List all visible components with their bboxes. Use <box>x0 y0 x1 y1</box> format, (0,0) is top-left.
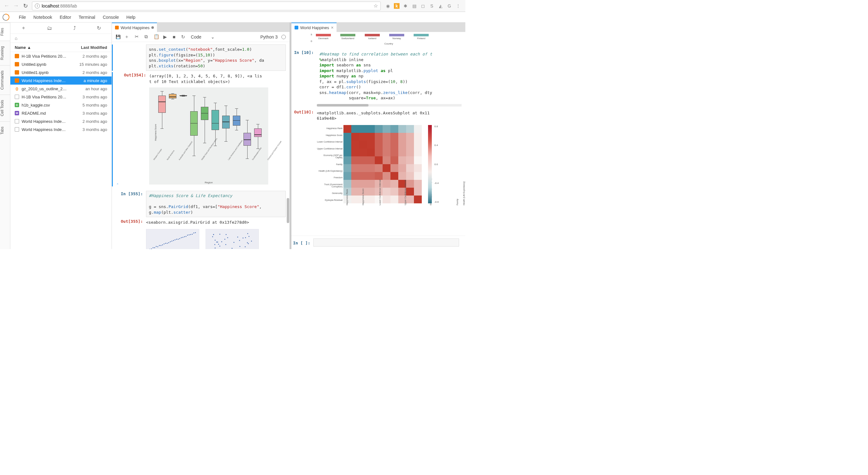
code-cell[interactable]: sns.set_context("notebook",font_scale=1.… <box>112 44 286 71</box>
output-prompt: Out[10]: <box>293 109 317 225</box>
run-icon[interactable]: ▶ <box>163 34 167 40</box>
bookmark-star-icon[interactable]: ☆ <box>374 3 378 9</box>
legend-item: Iceland <box>365 34 380 40</box>
ext-icon[interactable]: ◭ <box>438 3 443 9</box>
legend-label: Switzerland <box>341 37 354 40</box>
file-name: H-1B Visa Petitions 20… <box>22 54 80 59</box>
new-folder-icon[interactable]: 🗂 <box>47 25 52 31</box>
ext-icon[interactable]: G <box>446 3 452 9</box>
scatter-plot-stub <box>146 229 199 249</box>
file-row[interactable]: Untitled1.ipynb2 months ago <box>10 68 112 76</box>
forward-button[interactable]: → <box>11 1 21 11</box>
filebrowser-header[interactable]: Name ▲ Last Modified <box>10 42 112 52</box>
paste-icon[interactable]: 📋 <box>154 34 159 40</box>
new-launcher-icon[interactable]: ＋ <box>21 25 26 31</box>
legend-item: Finland <box>414 34 429 40</box>
file-modified: 3 months ago <box>83 111 107 116</box>
console-icon <box>294 26 298 29</box>
refresh-icon[interactable]: ↻ <box>97 25 101 31</box>
tab-world-happiness-console[interactable]: World Happines × <box>291 23 337 32</box>
restart-icon[interactable]: ↻ <box>181 34 185 40</box>
file-file-icon <box>15 127 19 132</box>
info-icon[interactable]: i <box>35 3 40 8</box>
code-cell[interactable]: In [10]: #Heatmap to find correlation be… <box>293 50 462 108</box>
output-cell: Out[10]: <matplotlib.axes._subplots.Axes… <box>293 109 462 225</box>
output-collapser-icon[interactable]: ⌃ <box>116 72 119 186</box>
kebab-icon[interactable]: ⋮ <box>455 3 461 9</box>
legend-swatch <box>365 34 380 36</box>
address-bar[interactable]: i localhost:8888/lab ☆ <box>32 2 381 10</box>
boxplot-figure: Happiness Score Region Western EuropeNor… <box>149 87 268 185</box>
menu-notebook[interactable]: Notebook <box>30 15 56 20</box>
header-modified: Last Modified <box>81 45 107 50</box>
console-input-cell[interactable]: In [ ]: <box>291 235 465 249</box>
cell-type-select[interactable]: Code ⌄ <box>189 34 216 39</box>
colorbar: 0.80.40.0-0.4-0.8 <box>428 125 432 203</box>
activity-cell-tools[interactable]: Cell Tools <box>0 95 10 121</box>
tab-world-happiness-nb[interactable]: World Happines <box>112 23 157 32</box>
file-row[interactable]: ⊞h1b_kaggle.csv5 months ago <box>10 101 112 109</box>
console-input[interactable] <box>313 239 459 247</box>
sort-asc-icon: ▲ <box>27 45 31 50</box>
legend: DenmarkSwitzerlandIcelandNorwayFinland <box>316 33 462 42</box>
ext-icon[interactable]: ✱ <box>403 3 408 9</box>
file-row[interactable]: Untitled.ipynb15 minutes ago <box>10 60 112 68</box>
copy-icon[interactable]: ⧉ <box>145 34 148 40</box>
scrollbar[interactable] <box>287 198 289 223</box>
output-text: <matplotlib.axes._subplots.AxesSubplot a… <box>317 109 462 123</box>
file-row[interactable]: World Happiness Inde…a minute ago <box>10 76 112 85</box>
notebook-body[interactable]: sns.set_context("notebook",font_scale=1.… <box>112 42 289 249</box>
upload-icon[interactable]: ⤴ <box>73 25 76 31</box>
save-icon[interactable]: 💾 <box>116 34 121 39</box>
code-cell[interactable]: In [355]: #Happiness Score & Life Expect… <box>112 191 286 217</box>
code-input[interactable]: #Heatmap to find correlation between eac… <box>317 50 462 103</box>
console-body[interactable]: 5 0 DenmarkSwitzerlandIcelandNorwayFinla… <box>291 32 465 235</box>
menu-terminal[interactable]: Terminal <box>75 15 99 20</box>
breadcrumb-home[interactable]: ⌂ <box>10 34 112 42</box>
jupyter-logo-icon[interactable] <box>1 12 10 22</box>
close-icon[interactable]: × <box>331 25 333 30</box>
menu-console[interactable]: Console <box>99 15 123 20</box>
activity-tabs[interactable]: Tabs <box>0 121 10 139</box>
ext-icon[interactable]: ▤ <box>411 3 417 9</box>
axis-tick: 5 <box>293 33 312 36</box>
file-row[interactable]: H-1B Visa Petitions 20…3 months ago <box>10 93 112 101</box>
activity-running[interactable]: Running <box>0 41 10 65</box>
output-prompt: Out[355]: <box>116 218 146 249</box>
file-file-icon <box>15 119 19 123</box>
kernel-indicator[interactable]: Python 3 <box>260 34 286 39</box>
nb-file-icon <box>15 54 19 58</box>
back-button[interactable]: ← <box>2 1 11 11</box>
add-cell-icon[interactable]: ＋ <box>124 34 129 40</box>
ext-icon[interactable]: ◉ <box>385 3 391 9</box>
stop-icon[interactable]: ■ <box>173 34 176 40</box>
legend-label: Norway <box>392 37 401 40</box>
activity-commands[interactable]: Commands <box>0 65 10 95</box>
file-row[interactable]: {}gz_2010_us_outline_2…an hour ago <box>10 85 112 93</box>
file-name: H-1B Visa Petitions 20… <box>22 95 80 99</box>
legend-swatch <box>316 34 331 36</box>
file-row[interactable]: H-1B Visa Petitions 20…2 months ago <box>10 52 112 60</box>
file-row[interactable]: World Happiness Inde…2 months ago <box>10 117 112 125</box>
file-row[interactable]: МREADME.md3 months ago <box>10 109 112 117</box>
menu-help[interactable]: Help <box>123 15 139 20</box>
activity-files[interactable]: Files <box>0 23 10 41</box>
ext-icon[interactable]: S <box>429 3 435 9</box>
menu-file[interactable]: File <box>15 15 30 20</box>
reload-button[interactable]: ↻ <box>21 1 30 11</box>
horizontal-scrollbar[interactable] <box>317 104 462 106</box>
cut-icon[interactable]: ✂ <box>135 34 139 40</box>
ext-icon[interactable]: ◻ <box>420 3 426 9</box>
code-input[interactable]: sns.set_context("notebook",font_scale=1.… <box>146 44 286 71</box>
legend-swatch <box>389 34 404 36</box>
menu-editor[interactable]: Editor <box>56 15 75 20</box>
code-input[interactable]: #Happiness Score & Life Expectancy g = s… <box>146 191 286 217</box>
cell-prompt: In [ ]: <box>291 240 313 245</box>
ext-icon[interactable]: k <box>394 3 400 9</box>
notebook-panel-left: World Happines 💾 ＋ ✂ ⧉ 📋 ▶ ■ ↻ <box>112 23 291 249</box>
legend-swatch <box>340 34 355 36</box>
legend-label: Iceland <box>368 37 376 40</box>
file-row[interactable]: World Happiness Inde…3 months ago <box>10 125 112 133</box>
file-browser: ＋ 🗂 ⤴ ↻ ⌂ Name ▲ Last Modified H-1B Visa… <box>10 23 112 249</box>
kernel-status-icon <box>281 35 286 39</box>
